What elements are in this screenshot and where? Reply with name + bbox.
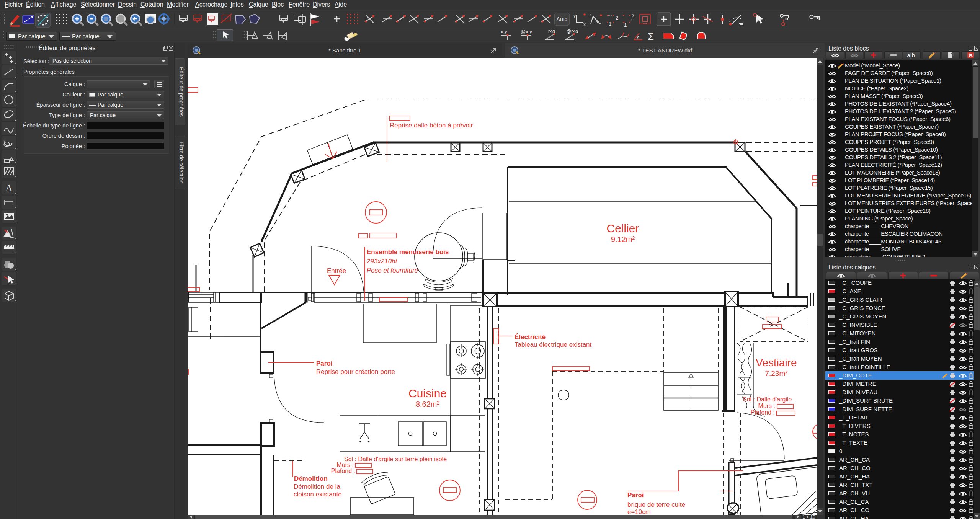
svg-text:Électricité: Électricité — [514, 333, 546, 341]
svg-text:8.62m²: 8.62m² — [416, 400, 440, 408]
svg-text:Ensemble menuiserie bois: Ensemble menuiserie bois — [367, 248, 449, 256]
svg-text:r: r — [590, 12, 591, 18]
svg-text:a: a — [596, 19, 598, 24]
svg-text:x,y: x,y — [501, 29, 507, 34]
svg-text:Murs :: Murs : — [758, 403, 775, 409]
svg-text:Vestiaire: Vestiaire — [756, 357, 797, 369]
svg-text:1: 1 — [609, 21, 611, 27]
svg-text:Pose et fourniture: Pose et fourniture — [367, 267, 418, 274]
svg-text:Cuisine: Cuisine — [408, 387, 447, 400]
svg-text:Démolition: Démolition — [294, 475, 328, 482]
svg-text:Plafond :: Plafond : — [331, 468, 355, 474]
svg-text:Murs :: Murs : — [337, 462, 354, 468]
svg-text:e=10cm: e=10cm — [627, 508, 651, 515]
svg-text:Sol : Dalle d'argile sur terre: Sol : Dalle d'argile sur terre plein iso… — [344, 456, 447, 462]
svg-text:Plafond :: Plafond : — [751, 409, 775, 416]
svg-text:Sol : Dalle d'argile: Sol : Dalle d'argile — [743, 396, 792, 403]
svg-text:Σ: Σ — [648, 31, 654, 42]
svg-text:Cellier: Cellier — [606, 222, 639, 235]
svg-text:brique de terre cuite: brique de terre cuite — [627, 501, 685, 508]
svg-text:Entrée: Entrée — [327, 267, 346, 274]
svg-text:@x,y: @x,y — [521, 29, 532, 34]
svg-text:A: A — [5, 183, 13, 194]
svg-text:2: 2 — [632, 13, 634, 18]
svg-text:@r<α: @r<α — [567, 29, 578, 34]
svg-text:Reprise pour création porte: Reprise pour création porte — [316, 368, 395, 375]
svg-text:Paroi: Paroi — [316, 360, 333, 367]
svg-text:1: 1 — [624, 22, 627, 28]
svg-text:y: y — [573, 13, 576, 18]
svg-text:cloison existante: cloison existante — [294, 491, 342, 498]
svg-text:Paroi: Paroi — [627, 491, 644, 499]
svg-text:Auto: Auto — [557, 16, 568, 22]
svg-text:293x210ht: 293x210ht — [366, 258, 398, 265]
svg-text:2: 2 — [616, 15, 618, 21]
svg-text:7.23m²: 7.23m² — [765, 369, 787, 377]
svg-text:Tableau électrique existant: Tableau électrique existant — [514, 341, 592, 348]
svg-text:9.12m²: 9.12m² — [611, 235, 635, 243]
svg-text:Démolition de la: Démolition de la — [294, 483, 340, 490]
svg-text:Reprise dalle béton à prévoir: Reprise dalle béton à prévoir — [390, 122, 473, 129]
svg-text:x: x — [583, 22, 586, 27]
